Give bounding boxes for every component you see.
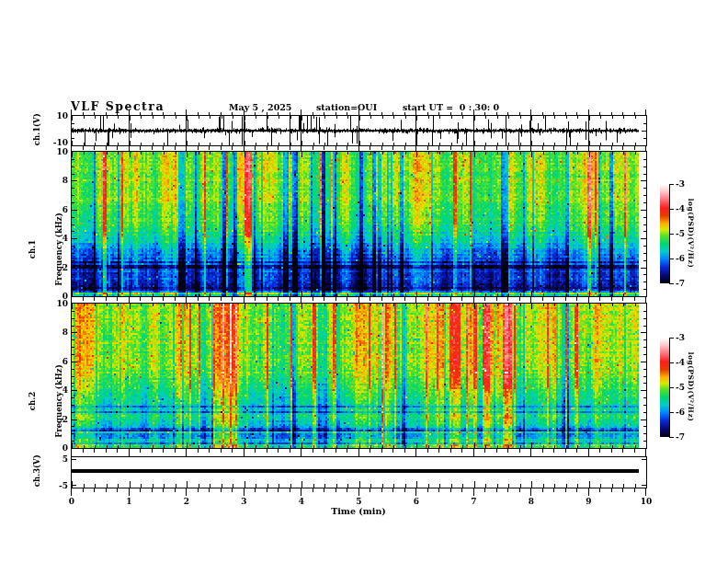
y-tick-label: 4 [50, 234, 68, 243]
vlf-spectra-plot: VLF Spectra May 5 , 2025 station=OUI sta… [0, 0, 728, 563]
x-tick-label: 5 [350, 497, 369, 506]
y-tick-label: 8 [50, 327, 68, 337]
ch1-spectrogram-panel [71, 151, 647, 297]
x-tick-label: 1 [120, 497, 139, 506]
y-tick-label: 2 [50, 415, 68, 424]
colorbar-ch1 [660, 184, 669, 283]
colorbar-tick-label: -7 [676, 279, 685, 288]
ch1-voltage-axis-label: ch.1(V) [33, 102, 42, 157]
y-tick-label: 2 [50, 263, 68, 272]
colorbar-ch2-gradient [660, 338, 669, 437]
ch3-waveform-canvas [72, 457, 646, 488]
y-tick-label: 0 [50, 443, 68, 453]
axis-label-line: ch.1 [28, 208, 38, 291]
ch2-frequency-axis-label: ch.2 Frequency (kHz) [11, 360, 81, 442]
ch1-voltage-panel [71, 115, 647, 146]
ch1-frequency-axis-label: ch.1 Frequency (kHz) [11, 208, 81, 291]
start-ut-label: start UT = 0 : 30: 0 [403, 102, 499, 112]
y-tick-label: 4 [50, 385, 68, 395]
colorbar-ch2-label: log(PSD)(V²/Hz) [687, 337, 695, 438]
colorbar-tick-label: -6 [676, 254, 685, 263]
x-tick-label: 2 [177, 497, 196, 506]
x-axis-title: Time (min) [303, 506, 414, 516]
y-tick-label: 10 [50, 111, 68, 121]
colorbar-tick-label: -4 [676, 358, 685, 367]
axis-label-line: Frequency (kHz) [55, 208, 64, 291]
y-tick-label: -10 [50, 138, 68, 147]
colorbar-tick-label: -4 [676, 204, 685, 213]
ch2-spectrogram-canvas [72, 304, 646, 448]
ch1-waveform-canvas [72, 116, 646, 145]
colorbar-tick-label: -3 [676, 333, 685, 342]
colorbar-tick-label: -5 [676, 229, 685, 238]
colorbar-tick-label: -3 [676, 179, 685, 189]
x-tick-label: 6 [407, 497, 426, 506]
ch3-voltage-panel [71, 456, 647, 488]
plot-title: VLF Spectra [71, 99, 165, 113]
x-tick-label: 7 [465, 497, 483, 506]
axis-label-line: Frequency (kHz) [55, 360, 64, 442]
y-tick-label: 6 [50, 357, 68, 366]
y-tick-label: 6 [50, 205, 68, 214]
x-tick-label: 0 [63, 497, 81, 506]
ch1-spectrogram-canvas [72, 152, 646, 296]
colorbar-tick-label: -6 [676, 408, 685, 417]
colorbar-tick-label: -5 [676, 383, 685, 392]
y-tick-label: 10 [50, 147, 68, 156]
station-label: station=OUI [316, 102, 377, 112]
colorbar-ch1-gradient [660, 184, 669, 283]
x-tick-label: 10 [637, 497, 655, 506]
x-tick-label: 3 [235, 497, 254, 506]
y-tick-label: 5 [50, 454, 68, 464]
colorbar-tick-label: -7 [676, 432, 685, 442]
x-tick-label: 9 [580, 497, 598, 506]
ch2-spectrogram-panel [71, 303, 647, 449]
date-label: May 5 , 2025 [229, 102, 291, 112]
colorbar-ch1-label: log(PSD)(V²/Hz) [687, 183, 695, 284]
y-tick-label: 8 [50, 176, 68, 185]
y-tick-label: 10 [50, 299, 68, 308]
ch3-voltage-axis-label: ch.3(V) [33, 443, 42, 499]
x-tick-label: 4 [292, 497, 311, 506]
x-tick-label: 8 [522, 497, 540, 506]
colorbar-ch2 [660, 338, 669, 437]
axis-label-line: ch.2 [28, 360, 38, 442]
y-tick-label: -5 [50, 481, 68, 490]
